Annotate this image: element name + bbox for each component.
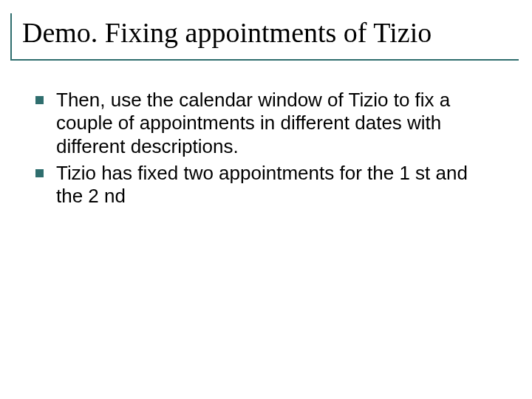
title-border-bottom: [10, 59, 519, 61]
square-bullet-icon: [35, 96, 44, 104]
list-item: Tizio has fixed two appointments for the…: [35, 162, 492, 208]
slide: Demo. Fixing appointments of Tizio Then,…: [0, 0, 532, 399]
list-item: Then, use the calendar window of Tizio t…: [35, 89, 492, 159]
bullet-text: Then, use the calendar window of Tizio t…: [56, 89, 450, 157]
title-border-left: [10, 13, 12, 61]
slide-title: Demo. Fixing appointments of Tizio: [18, 13, 522, 56]
bullet-text: Tizio has fixed two appointments for the…: [56, 162, 468, 208]
title-container: Demo. Fixing appointments of Tizio: [10, 13, 522, 61]
bullet-list: Then, use the calendar window of Tizio t…: [10, 89, 522, 209]
square-bullet-icon: [35, 169, 44, 177]
